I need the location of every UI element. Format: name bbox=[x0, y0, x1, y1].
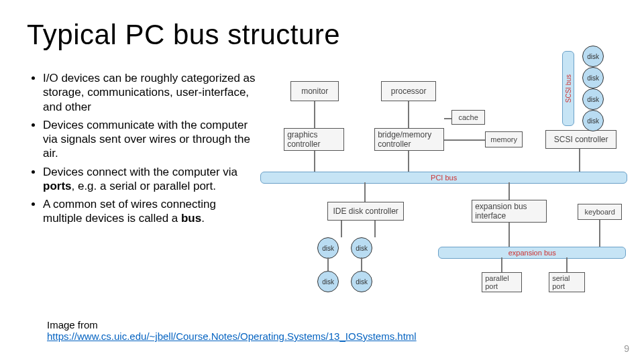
bus-pci: PCI bus bbox=[260, 172, 627, 184]
box-parallel: parallel port bbox=[482, 272, 522, 292]
credit-label: Image from bbox=[47, 319, 98, 330]
disk-scsi-1: disk bbox=[582, 46, 604, 67]
box-memory: memory bbox=[485, 131, 523, 147]
bullet-2: Devices communicate with the computer vi… bbox=[43, 118, 257, 161]
box-scsi-ctrl: SCSI controller bbox=[545, 130, 616, 149]
box-processor: processor bbox=[381, 81, 436, 101]
image-credit: Image from https://www.cs.uic.edu/~jbell… bbox=[47, 319, 417, 342]
box-keyboard: keyboard bbox=[578, 204, 622, 220]
disk-scsi-4: disk bbox=[582, 110, 604, 131]
box-graphics: graphics controller bbox=[284, 128, 344, 151]
page-number: 9 bbox=[624, 343, 629, 354]
disk-ide-3: disk bbox=[317, 271, 339, 292]
bus-diagram: monitor processor cache graphics control… bbox=[264, 71, 617, 312]
bullet-4: A common set of wires connecting multipl… bbox=[43, 197, 257, 226]
credit-link[interactable]: https://www.cs.uic.edu/~jbell/Course.Not… bbox=[47, 330, 417, 342]
disk-ide-4: disk bbox=[351, 271, 372, 292]
page-title: Typical PC bus structure bbox=[27, 19, 617, 51]
box-bridge: bridge/memory controller bbox=[374, 128, 444, 151]
disk-scsi-3: disk bbox=[582, 88, 604, 110]
bullet-1: I/O devices can be roughly categorized a… bbox=[43, 71, 257, 114]
box-ide: IDE disk controller bbox=[327, 202, 404, 221]
bullet-3: Devices connect with the computer via po… bbox=[43, 165, 257, 194]
bullet-list: I/O devices can be roughly categorized a… bbox=[27, 71, 257, 230]
disk-ide-1: disk bbox=[317, 237, 339, 259]
bus-scsi: SCSI bus bbox=[562, 51, 574, 126]
box-monitor: monitor bbox=[290, 81, 339, 101]
box-cache: cache bbox=[451, 110, 485, 125]
disk-ide-2: disk bbox=[351, 237, 372, 259]
disk-scsi-2: disk bbox=[582, 67, 604, 88]
box-serial: serial port bbox=[549, 272, 585, 292]
box-exp-if: expansion bus interface bbox=[472, 200, 547, 223]
bus-expansion: expansion bus bbox=[438, 247, 626, 259]
